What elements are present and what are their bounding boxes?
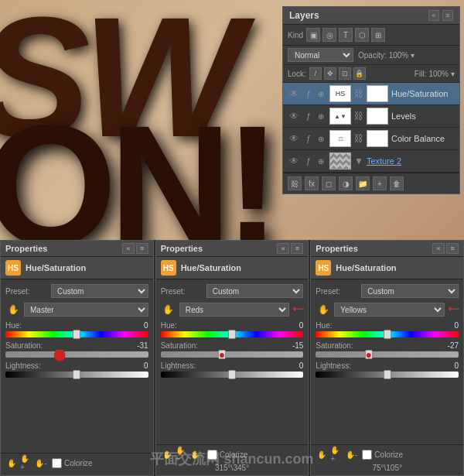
light-value-0: 0	[129, 361, 148, 370]
opacity-label: Opacity:	[358, 51, 387, 60]
lock-pixel-icon[interactable]: /	[309, 67, 322, 80]
sat-slider-2: Saturation: -27 ●	[316, 341, 459, 358]
lock-artboard-icon[interactable]: ⊡	[339, 67, 351, 80]
preset-select-2[interactable]: Custom	[361, 284, 459, 298]
hue-track-2[interactable]	[316, 331, 459, 337]
layer-thumbnail-3	[329, 152, 351, 170]
colorize-check-2[interactable]	[362, 450, 372, 460]
light-track-0[interactable]	[5, 372, 148, 378]
layers-panel: Layers « ≡ Kind ▣ ◎ T ⬡ ⊞ Normal Opacity…	[282, 6, 460, 194]
sub-sample-tool-2[interactable]: ✋-	[345, 448, 357, 461]
prop-menu-btn-0[interactable]: ≡	[136, 243, 148, 254]
lock-all-icon[interactable]: 🔒	[353, 67, 366, 80]
hue-handle-2[interactable]	[384, 330, 391, 339]
prop-section-title-0: Hue/Saturation	[26, 263, 86, 272]
channel-select-2[interactable]: Yellows	[334, 303, 445, 317]
hs-icon-2: HS	[316, 260, 331, 276]
colorize-label-1[interactable]: Colorize	[207, 450, 248, 460]
visibility-icon-1[interactable]: 👁	[288, 110, 300, 122]
sat-track-2[interactable]: ●	[316, 351, 459, 358]
colorize-label-0[interactable]: Colorize	[52, 458, 93, 468]
light-slider-2: Lightness: 0	[316, 361, 459, 378]
sample-tool-1[interactable]: ✋	[161, 448, 173, 461]
sat-label-2: Saturation:	[316, 341, 353, 350]
hue-value-1: 0	[284, 321, 303, 330]
visibility-icon-0[interactable]: 👁	[288, 87, 300, 100]
add-sample-tool-1[interactable]: ✋+	[176, 448, 188, 461]
filter-adjust-icon[interactable]: ◎	[322, 28, 336, 42]
filter-shape-icon[interactable]: ⬡	[355, 28, 369, 42]
light-handle-0[interactable]	[73, 370, 80, 379]
add-sample-tool-0[interactable]: ✋+	[20, 457, 32, 469]
lock-move-icon[interactable]: ✥	[324, 67, 336, 80]
filter-text-icon[interactable]: T	[339, 28, 353, 42]
channel-select-0[interactable]: Master	[24, 303, 148, 317]
channel-select-1[interactable]: Reds	[179, 303, 290, 317]
preset-select-1[interactable]: Custom	[206, 284, 304, 298]
filter-pixel-icon[interactable]: ▣	[306, 28, 320, 42]
filter-smart-icon[interactable]: ⊞	[371, 28, 385, 42]
group-layers-btn[interactable]: 📁	[356, 176, 370, 190]
colorize-label-2[interactable]: Colorize	[362, 450, 403, 460]
sub-sample-tool-1[interactable]: ✋-	[190, 448, 203, 461]
prop-menu-btn-2[interactable]: ≡	[446, 243, 459, 254]
sat-value-0: -31	[129, 341, 148, 350]
panel-collapse-btn[interactable]: «	[428, 10, 439, 21]
sat-track-0[interactable]: ⬤	[5, 351, 148, 358]
prop-footer-0: ✋ ✋+ ✋- Colorize	[1, 453, 153, 475]
sat-value-1: -15	[284, 341, 303, 350]
prop-section-title-1: Hue/Saturation	[181, 263, 241, 272]
colorize-check-0[interactable]	[52, 458, 62, 468]
sample-tool-2[interactable]: ✋	[316, 448, 328, 461]
sat-track-1[interactable]: ●	[161, 351, 304, 358]
prop-body-0: Preset: Custom ✋ Master Hue: 0	[1, 279, 153, 453]
prop-collapse-btn-0[interactable]: «	[122, 243, 135, 254]
layer-effect-icon-2: ⊕	[316, 133, 326, 144]
new-layer-btn[interactable]: +	[373, 176, 387, 190]
preset-row-1: Preset: Custom	[161, 284, 304, 298]
light-handle-2[interactable]	[384, 370, 391, 379]
hue-handle-1[interactable]	[228, 330, 236, 339]
prop-footer-2: ✋ ✋+ ✋- Colorize 75°\105°	[311, 444, 463, 475]
prop-collapse-btn-2[interactable]: «	[432, 243, 445, 254]
colorize-row-1: ✋ ✋+ ✋- Colorize	[161, 448, 304, 461]
preset-select-0[interactable]: Custom	[51, 284, 148, 298]
visibility-icon-2[interactable]: 👁	[288, 132, 300, 145]
prop-body-1: Preset: Custom ✋ Reds ⬸ Hue: 0	[156, 279, 309, 444]
add-mask-btn[interactable]: ◻	[322, 176, 336, 190]
layer-item-hue-saturation[interactable]: 👁 ƒ ⊕ HS ⛓ Hue/Saturation	[283, 83, 459, 105]
prop-header-icons-1: « ≡	[277, 243, 303, 254]
blend-mode-select[interactable]: Normal	[288, 48, 353, 62]
hue-handle-0[interactable]	[73, 330, 80, 339]
light-label-0: Lightness:	[5, 361, 41, 370]
delete-layer-btn[interactable]: 🗑	[390, 176, 404, 190]
hue-track-0[interactable]	[5, 331, 148, 337]
hue-track-1[interactable]	[161, 331, 304, 337]
channel-row-1: ✋ Reds ⬸	[161, 302, 304, 317]
layers-bottom-toolbar: ⛓ fx ◻ ◑ 📁 + 🗑	[283, 173, 459, 193]
light-track-2[interactable]	[316, 372, 459, 378]
layers-kind-toolbar: Kind ▣ ◎ T ⬡ ⊞	[283, 25, 459, 46]
prop-collapse-btn-1[interactable]: «	[277, 243, 289, 254]
prop-menu-btn-1[interactable]: ≡	[291, 243, 303, 254]
layer-item-color-balance[interactable]: 👁 ƒ ⊕ ⚖ ⛓ Color Balance	[283, 128, 459, 150]
add-sample-tool-2[interactable]: ✋+	[330, 448, 343, 461]
layer-mask-1	[367, 108, 388, 125]
red-arrow-2: ⬸	[448, 303, 459, 316]
panel-menu-btn[interactable]: ≡	[442, 10, 453, 21]
sample-tool-0[interactable]: ✋	[5, 457, 18, 469]
adjustment-layer-btn[interactable]: ◑	[339, 176, 353, 190]
visibility-icon-3[interactable]: 👁	[288, 155, 300, 167]
layer-effect-icon-1: ⊕	[316, 111, 326, 122]
link-layers-btn[interactable]: ⛓	[288, 176, 302, 190]
layer-item-levels[interactable]: 👁 ƒ ⊕ ▲▼ ⛓ Levels	[283, 105, 459, 128]
sub-sample-tool-0[interactable]: ✋-	[35, 457, 47, 469]
add-style-btn[interactable]: fx	[305, 176, 319, 190]
light-track-1[interactable]	[161, 372, 304, 378]
prop-section-title-2: Hue/Saturation	[336, 263, 396, 272]
light-handle-1[interactable]	[228, 370, 236, 379]
hue-value-0: 0	[129, 321, 148, 330]
colorize-check-1[interactable]	[207, 450, 217, 460]
layer-link-icon-3: ƒ	[303, 156, 314, 166]
layer-item-texture[interactable]: 👁 ƒ ⊕ ▼ Texture 2	[283, 150, 459, 173]
